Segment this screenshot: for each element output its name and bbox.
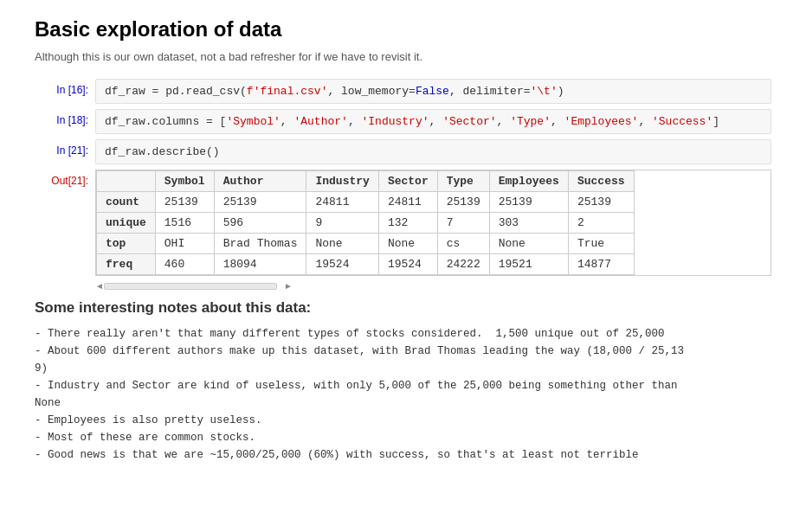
cell-top-type: cs — [437, 234, 489, 254]
cell-freq-success: 14877 — [568, 254, 634, 275]
cell-18-label: In [18]: — [35, 109, 95, 126]
table-row: count 25139 25139 24811 24811 25139 2513… — [97, 192, 635, 213]
col-header-sector: Sector — [378, 171, 437, 192]
cell-unique-symbol: 1516 — [155, 213, 214, 234]
row-label-count: count — [97, 192, 156, 213]
row-label-top: top — [97, 234, 156, 254]
scroll-right-arrow[interactable]: ► — [284, 281, 293, 291]
cell-unique-success: 2 — [568, 213, 634, 234]
data-table-wrapper[interactable]: Symbol Author Industry Sector Type Emplo… — [95, 170, 771, 276]
row-label-unique: unique — [97, 213, 156, 234]
cell-18-code[interactable]: df_raw.columns = ['Symbol', 'Author', 'I… — [95, 109, 771, 134]
col-header-empty — [97, 171, 156, 192]
cell-unique-author: 596 — [214, 213, 306, 234]
cell-unique-employees: 303 — [489, 213, 568, 234]
row-label-freq: freq — [97, 254, 156, 275]
cell-freq-sector: 19524 — [378, 254, 437, 275]
cell-18: In [18]: df_raw.columns = ['Symbol', 'Au… — [35, 109, 771, 134]
notes-content: - There really aren't that many differen… — [35, 325, 771, 464]
table-row: freq 460 18094 19524 19524 24222 19521 1… — [97, 254, 635, 275]
cell-count-type: 25139 — [437, 192, 489, 213]
cell-freq-symbol: 460 — [155, 254, 214, 275]
col-header-symbol: Symbol — [155, 171, 214, 192]
code-text: df_raw.columns = ['Symbol', 'Author', 'I… — [105, 115, 719, 128]
table-header-row: Symbol Author Industry Sector Type Emplo… — [97, 171, 635, 192]
cell-16: In [16]: df_raw = pd.read_csv(f'final.cs… — [35, 79, 771, 104]
cell-top-author: Brad Thomas — [214, 234, 306, 254]
cell-top-industry: None — [306, 234, 378, 254]
output-21: Out[21]: Symbol Author Industry Sector T… — [35, 170, 771, 276]
scrollbar-track[interactable] — [104, 283, 277, 290]
notes-section: Some interesting notes about this data: … — [35, 299, 771, 464]
data-table: Symbol Author Industry Sector Type Emplo… — [96, 170, 635, 275]
scroll-left-arrow[interactable]: ◄ — [95, 281, 104, 291]
col-header-type: Type — [437, 171, 489, 192]
cell-top-symbol: OHI — [155, 234, 214, 254]
cell-freq-author: 18094 — [214, 254, 306, 275]
cell-top-employees: None — [489, 234, 568, 254]
cell-freq-type: 24222 — [437, 254, 489, 275]
code-text: df_raw.describe() — [105, 145, 220, 158]
col-header-success: Success — [568, 171, 634, 192]
table-row: unique 1516 596 9 132 7 303 2 — [97, 213, 635, 234]
cell-unique-sector: 132 — [378, 213, 437, 234]
cell-count-symbol: 25139 — [155, 192, 214, 213]
cell-count-author: 25139 — [214, 192, 306, 213]
cell-16-label: In [16]: — [35, 79, 95, 96]
col-header-employees: Employees — [489, 171, 568, 192]
cell-count-industry: 24811 — [306, 192, 378, 213]
cell-freq-industry: 19524 — [306, 254, 378, 275]
cell-count-sector: 24811 — [378, 192, 437, 213]
output-21-label: Out[21]: — [35, 170, 95, 187]
cell-unique-type: 7 — [437, 213, 489, 234]
page-subtitle: Although this is our own dataset, not a … — [35, 50, 771, 63]
col-header-author: Author — [214, 171, 306, 192]
code-text: df_raw = pd.read_csv(f'final.csv', low_m… — [105, 85, 564, 98]
cell-count-employees: 25139 — [489, 192, 568, 213]
cell-21-label: In [21]: — [35, 139, 95, 157]
cell-21: In [21]: df_raw.describe() — [35, 139, 771, 164]
table-row: top OHI Brad Thomas None None cs None Tr… — [97, 234, 635, 254]
page-title: Basic exploration of data — [35, 17, 771, 42]
cell-count-success: 25139 — [568, 192, 634, 213]
cell-21-code[interactable]: df_raw.describe() — [95, 139, 771, 164]
cell-top-success: True — [568, 234, 634, 254]
notes-title: Some interesting notes about this data: — [35, 299, 771, 317]
cell-freq-employees: 19521 — [489, 254, 568, 275]
cell-16-code[interactable]: df_raw = pd.read_csv(f'final.csv', low_m… — [95, 79, 771, 104]
col-header-industry: Industry — [306, 171, 378, 192]
cell-unique-industry: 9 — [306, 213, 378, 234]
cell-top-sector: None — [378, 234, 437, 254]
scroll-hint: ◄ ► — [95, 281, 771, 291]
